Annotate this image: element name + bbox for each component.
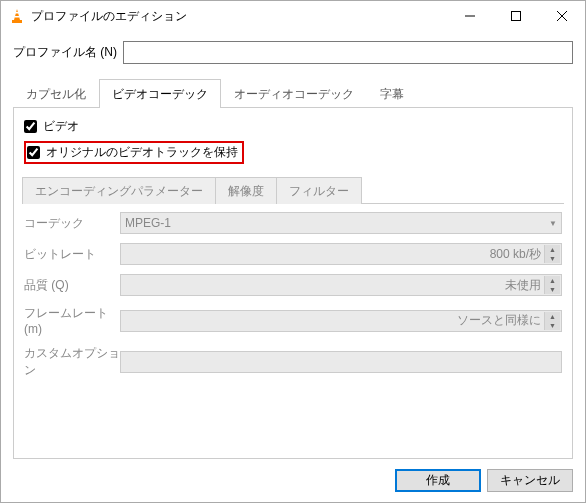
main-tabs: カプセル化 ビデオコーデック オーディオコーデック 字幕 xyxy=(13,78,573,108)
codec-select: MPEG-1 ▼ xyxy=(120,212,562,234)
subtab-resolution[interactable]: 解像度 xyxy=(215,177,276,204)
tab-encapsulation[interactable]: カプセル化 xyxy=(13,79,99,108)
video-checkbox-label: ビデオ xyxy=(43,118,79,135)
tab-subtitles[interactable]: 字幕 xyxy=(367,79,417,108)
profile-name-input[interactable] xyxy=(123,41,573,64)
tab-video-codec[interactable]: ビデオコーデック xyxy=(99,79,221,108)
spinner-arrows: ▲▼ xyxy=(544,245,560,263)
framerate-value: ソースと同様に xyxy=(457,312,541,329)
close-button[interactable] xyxy=(539,1,585,31)
bitrate-label: ビットレート xyxy=(24,246,120,263)
tab-audio-codec[interactable]: オーディオコーデック xyxy=(221,79,367,108)
quality-label: 品質 (Q) xyxy=(24,277,120,294)
custom-input xyxy=(120,351,562,373)
video-checkbox-row: ビデオ xyxy=(22,118,564,135)
quality-value: 未使用 xyxy=(505,277,541,294)
quality-spinner: 未使用 ▲▼ xyxy=(120,274,562,296)
spinner-arrows: ▲▼ xyxy=(544,276,560,294)
svg-marker-0 xyxy=(14,9,20,20)
svg-rect-1 xyxy=(12,20,22,23)
keep-original-checkbox[interactable] xyxy=(27,146,40,159)
sub-tabs: エンコーディングパラメーター 解像度 フィルター xyxy=(22,176,564,204)
subtab-filters[interactable]: フィルター xyxy=(276,177,362,204)
cancel-button[interactable]: キャンセル xyxy=(487,469,573,492)
codec-value: MPEG-1 xyxy=(125,216,171,230)
vlc-icon xyxy=(9,8,25,24)
profile-name-row: プロファイル名 (N) xyxy=(13,41,573,64)
maximize-button[interactable] xyxy=(493,1,539,31)
svg-rect-3 xyxy=(15,16,20,18)
titlebar: プロファイルのエディション xyxy=(1,1,585,31)
codec-label: コーデック xyxy=(24,215,120,232)
video-codec-panel: ビデオ オリジナルのビデオトラックを保持 エンコーディングパラメーター 解像度 … xyxy=(13,108,573,459)
chevron-down-icon: ▼ xyxy=(549,219,557,228)
minimize-button[interactable] xyxy=(447,1,493,31)
create-button[interactable]: 作成 xyxy=(395,469,481,492)
footer: 作成 キャンセル xyxy=(1,459,585,502)
content: プロファイル名 (N) カプセル化 ビデオコーデック オーディオコーデック 字幕… xyxy=(1,31,585,459)
keep-original-row: オリジナルのビデオトラックを保持 xyxy=(22,141,564,164)
bitrate-value: 800 kb/秒 xyxy=(490,246,541,263)
profile-name-label: プロファイル名 (N) xyxy=(13,44,117,61)
window-title: プロファイルのエディション xyxy=(31,8,447,25)
video-checkbox[interactable] xyxy=(24,120,37,133)
custom-label: カスタムオプション xyxy=(24,345,120,379)
svg-rect-5 xyxy=(512,12,521,21)
subtab-encoding-params[interactable]: エンコーディングパラメーター xyxy=(22,177,215,204)
window-controls xyxy=(447,1,585,31)
framerate-label: フレームレート (m) xyxy=(24,305,120,336)
spinner-arrows: ▲▼ xyxy=(544,312,560,330)
framerate-spinner: ソースと同様に ▲▼ xyxy=(120,310,562,332)
encoding-form: コーデック MPEG-1 ▼ ビットレート 800 kb/秒 ▲▼ 品質 (Q)… xyxy=(22,204,564,450)
svg-rect-2 xyxy=(15,12,19,14)
highlight-box: オリジナルのビデオトラックを保持 xyxy=(24,141,244,164)
bitrate-spinner: 800 kb/秒 ▲▼ xyxy=(120,243,562,265)
keep-original-label: オリジナルのビデオトラックを保持 xyxy=(46,144,238,161)
